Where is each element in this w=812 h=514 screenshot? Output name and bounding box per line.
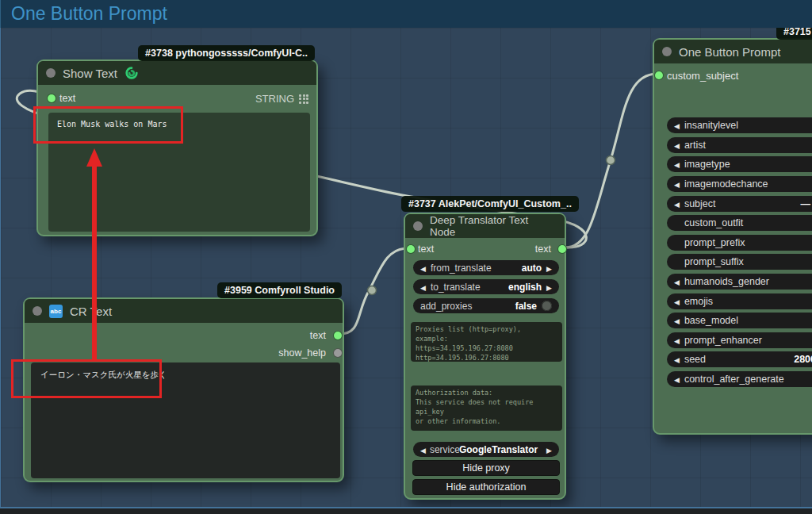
decrement-arrow-icon[interactable] [674, 296, 680, 307]
hide-authorization-button[interactable]: Hide authorization [412, 479, 560, 495]
increment-arrow-icon[interactable] [546, 282, 552, 293]
node-id-badge: #3738 pythongosssss/ComfyUI-C.. [138, 45, 315, 61]
decrement-arrow-icon[interactable] [674, 140, 680, 151]
proxies-textarea[interactable]: Proxies list (http=proxy), example: http… [411, 322, 562, 362]
prompt-prefix-field[interactable]: prompt_prefix [667, 235, 812, 251]
node-id-badge: #3959 Comfyroll Studio [217, 282, 342, 298]
bottom-strip [0, 508, 812, 514]
decrement-arrow-icon[interactable] [674, 354, 680, 365]
increment-arrow-icon[interactable] [546, 444, 552, 455]
annotation-box-japanese-text [11, 359, 162, 398]
node-header-show-text[interactable]: Show Text [38, 61, 316, 85]
node-title: CR Text [70, 305, 112, 318]
collapse-dot[interactable] [46, 68, 56, 78]
increment-arrow-icon[interactable] [546, 263, 552, 274]
node-one-button-prompt[interactable]: #3715 One Button Prompt custom_subject i… [653, 38, 812, 435]
node-graph-canvas[interactable]: #3738 pythongosssss/ComfyUI-C.. Show Tex… [0, 28, 812, 508]
link-midpoint-dot [368, 286, 377, 295]
output-slot-label: show_help [278, 347, 326, 359]
widget-label: imagetype [684, 159, 730, 170]
custom-outfit-field[interactable]: custom_outfit [667, 215, 812, 231]
add-proxies-toggle[interactable]: add_proxies false [413, 298, 559, 313]
annotation-arrow-shaft [92, 166, 97, 359]
control-after-generate-combo[interactable]: control_after_generate [667, 371, 812, 387]
decrement-arrow-icon[interactable] [674, 276, 680, 287]
widget-label: custom_outfit [684, 217, 743, 228]
input-slot-text[interactable] [407, 245, 415, 253]
output-slot-show-help[interactable] [334, 349, 342, 357]
decrement-arrow-icon[interactable] [674, 198, 680, 209]
emojis-combo[interactable]: emojis [667, 293, 812, 309]
collapse-dot[interactable] [413, 221, 423, 231]
prompt-enhancer-combo[interactable]: prompt_enhancer [667, 332, 812, 348]
insanitylevel-combo[interactable]: insanitylevel [667, 117, 812, 133]
widget-label: subject [684, 198, 716, 209]
page-title: One Button Prompt [1, 0, 812, 27]
decrement-arrow-icon[interactable] [420, 263, 426, 274]
decrement-arrow-icon[interactable] [674, 374, 680, 385]
output-slot-text[interactable] [558, 245, 566, 253]
from-translate-combo[interactable]: from_translate auto [413, 260, 559, 275]
toggle-knob-icon[interactable] [542, 301, 552, 311]
collapse-dot[interactable] [33, 306, 42, 316]
subject-combo[interactable]: subject — la [667, 196, 812, 212]
decrement-arrow-icon[interactable] [420, 444, 426, 455]
input-slot-label: text [59, 93, 75, 104]
widget-value: english [508, 282, 542, 293]
annotation-box-english-text [33, 106, 183, 144]
node-header-one-button-prompt[interactable]: One Button Prompt [654, 40, 812, 63]
node-header-cr-text[interactable]: abc CR Text [25, 299, 343, 323]
widget-label: seed [684, 354, 706, 365]
node-title: Show Text [63, 67, 117, 80]
widget-value: — la [801, 198, 812, 209]
node-title: One Button Prompt [679, 45, 780, 59]
widget-label: artist [684, 140, 706, 151]
widget-value: false [515, 301, 537, 312]
widget-grid-icon [299, 94, 308, 104]
abc-text-icon: abc [49, 305, 63, 318]
input-slot-custom-subject[interactable] [655, 71, 663, 79]
imagetype-combo[interactable]: imagetype [667, 156, 812, 172]
pythongosssss-logo-icon [124, 66, 139, 80]
output-slot-string[interactable]: STRING [255, 93, 308, 105]
decrement-arrow-icon[interactable] [674, 335, 680, 346]
service-combo[interactable]: service GoogleTranslator [413, 442, 559, 457]
node-deep-translator[interactable]: #3737 AlekPet/ComfyUI_Custom_.. Deep Tra… [404, 213, 566, 500]
widget-value: auto [522, 263, 542, 274]
widget-label: from_translate [431, 263, 492, 274]
node-id-badge: #3715 [776, 28, 812, 40]
decrement-arrow-icon[interactable] [674, 315, 680, 326]
decrement-arrow-icon[interactable] [674, 178, 680, 190]
widget-label: imagemodechance [684, 178, 768, 190]
decrement-arrow-icon[interactable] [674, 120, 680, 131]
seed-stepper[interactable]: seed 2806 [667, 351, 812, 367]
decrement-arrow-icon[interactable] [420, 282, 426, 293]
output-slot-text[interactable] [334, 332, 342, 339]
node-header-deep-translator[interactable]: Deep Translator Text Node [405, 214, 565, 238]
widget-label: service [430, 444, 459, 455]
collapse-dot[interactable] [662, 47, 672, 56]
widget-label: prompt_suffix [684, 256, 744, 267]
prompt-suffix-field[interactable]: prompt_suffix [667, 254, 812, 270]
annotation-arrowhead [86, 148, 102, 167]
widget-label: base_model [684, 315, 738, 326]
artist-combo[interactable]: artist [667, 137, 812, 153]
widget-value: 2806 [794, 354, 812, 365]
humanoids-gender-combo[interactable]: humanoids_gender [667, 274, 812, 290]
input-slot-label: custom_subject [667, 70, 738, 82]
widget-label: prompt_prefix [684, 237, 745, 248]
authorization-textarea[interactable]: Authorization data: This service does no… [411, 386, 562, 431]
widget-label: add_proxies [420, 301, 472, 312]
base-model-combo[interactable]: base_model [667, 313, 812, 328]
node-show-text[interactable]: #3738 pythongosssss/ComfyUI-C.. Show Tex… [36, 59, 318, 236]
hide-proxy-button[interactable]: Hide proxy [412, 460, 560, 476]
output-slot-label: text [310, 330, 326, 341]
widget-label: to_translate [431, 282, 481, 293]
input-slot-text[interactable] [48, 94, 56, 102]
imagemodechance-combo[interactable]: imagemodechance [667, 176, 812, 192]
widget-label: control_after_generate [684, 374, 784, 385]
decrement-arrow-icon[interactable] [674, 159, 680, 170]
input-slot-label: text [418, 244, 434, 255]
to-translate-combo[interactable]: to_translate english [413, 279, 559, 294]
link-midpoint-dot [607, 156, 615, 165]
